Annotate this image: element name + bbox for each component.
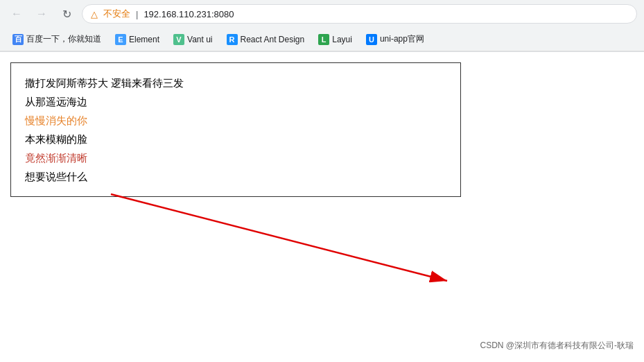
address-bar[interactable]: △ 不安全 | 192.168.110.231:8080	[82, 4, 637, 24]
back-button[interactable]: ←	[7, 4, 26, 24]
reload-button[interactable]: ↻	[57, 4, 76, 24]
address-separator: |	[136, 9, 138, 19]
bookmark-label-uni-app: uni-app官网	[380, 33, 424, 45]
footer: CSDN @深圳市有德者科技有限公司-耿瑞	[480, 340, 634, 352]
bookmark-label-vant: Vant ui	[187, 35, 212, 44]
content-line-3: 本来模糊的脸	[25, 130, 446, 148]
bookmark-icon-baidu: 百	[12, 34, 24, 45]
bookmark-layui[interactable]: LLayui	[313, 32, 358, 47]
address-text: 192.168.110.231:8080	[143, 9, 234, 19]
content-line-1: 从那遥远海边	[25, 92, 446, 111]
bookmarks-bar: 百百度一下，你就知道EElementVVant uiRReact Ant Des…	[0, 28, 644, 51]
content-line-0: 撒打发阿斯蒂芬大 逻辑来看待三发	[25, 74, 446, 92]
browser-chrome: ← → ↻ △ 不安全 | 192.168.110.231:8080 百百度一下…	[0, 0, 644, 52]
content-line-4: 竟然渐渐清晰	[25, 148, 446, 167]
bookmark-icon-vant: V	[173, 34, 184, 45]
footer-text: CSDN @深圳市有德者科技有限公司-耿瑞	[480, 341, 634, 350]
bookmark-label-element: Element	[129, 35, 159, 44]
security-warning-icon: △	[91, 9, 98, 19]
bookmark-label-react-ant: React Ant Design	[241, 35, 305, 44]
bookmark-icon-uni-app: U	[366, 34, 377, 45]
bookmark-uni-app[interactable]: Uuni-app官网	[360, 31, 430, 47]
nav-bar: ← → ↻ △ 不安全 | 192.168.110.231:8080	[0, 0, 644, 28]
bookmark-icon-react-ant: R	[227, 34, 238, 45]
bookmark-icon-element: E	[115, 34, 126, 45]
bookmark-baidu[interactable]: 百百度一下，你就知道	[7, 31, 107, 47]
content-line-2: 慢慢消失的你	[25, 111, 446, 130]
bookmark-react-ant[interactable]: RReact Ant Design	[221, 32, 311, 47]
main-content: 撒打发阿斯蒂芬大 逻辑来看待三发从那遥远海边慢慢消失的你本来模糊的脸竟然渐渐清晰…	[0, 52, 644, 207]
bookmark-element[interactable]: EElement	[110, 32, 165, 47]
bookmark-vant[interactable]: VVant ui	[168, 32, 218, 47]
bookmark-icon-layui: L	[318, 34, 329, 45]
forward-button[interactable]: →	[32, 4, 51, 24]
warning-label: 不安全	[103, 8, 130, 20]
svg-line-1	[111, 194, 447, 281]
bookmark-label-layui: Layui	[332, 35, 352, 44]
bookmark-label-baidu: 百度一下，你就知道	[26, 33, 101, 45]
content-line-5: 想要说些什么	[25, 167, 446, 186]
content-box: 撒打发阿斯蒂芬大 逻辑来看待三发从那遥远海边慢慢消失的你本来模糊的脸竟然渐渐清晰…	[10, 62, 461, 197]
